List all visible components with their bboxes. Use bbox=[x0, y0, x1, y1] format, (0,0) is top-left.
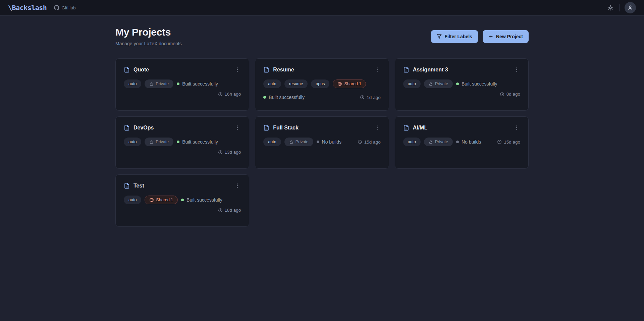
time-ago-text: 16h ago bbox=[225, 92, 241, 97]
ellipsis-vertical-icon bbox=[234, 125, 240, 130]
last-updated: 16h ago bbox=[218, 92, 241, 97]
label-pill: resume bbox=[284, 79, 308, 88]
ellipsis-vertical-icon bbox=[514, 67, 520, 72]
file-text-icon bbox=[403, 67, 409, 73]
project-menu-button[interactable] bbox=[234, 182, 241, 189]
last-updated: 15d ago bbox=[358, 140, 381, 145]
clock-icon bbox=[218, 208, 223, 213]
private-badge-label: Private bbox=[296, 140, 309, 144]
time-ago-text: 15d ago bbox=[364, 140, 381, 145]
project-card[interactable]: AI/ML autoPrivateNo builds15d ago bbox=[395, 116, 529, 169]
globe-icon bbox=[337, 82, 342, 86]
shared-badge: Shared 1 bbox=[145, 196, 178, 204]
ellipsis-vertical-icon bbox=[374, 67, 380, 72]
private-badge: Private bbox=[424, 79, 453, 88]
filter-labels-button[interactable]: Filter Labels bbox=[431, 30, 478, 43]
project-menu-button[interactable] bbox=[513, 66, 520, 73]
build-status-text: No builds bbox=[462, 139, 481, 145]
project-title: Quote bbox=[133, 67, 149, 73]
project-card[interactable]: Assignment 3 autoPrivateBuilt successful… bbox=[395, 58, 529, 111]
ellipsis-vertical-icon bbox=[234, 67, 240, 72]
build-status: Built successfully bbox=[177, 81, 218, 87]
project-card[interactable]: DevOps autoPrivateBuilt successfully13d … bbox=[115, 116, 249, 169]
label-pill: auto bbox=[124, 79, 141, 88]
file-text-icon bbox=[124, 125, 130, 131]
github-link[interactable]: GitHub bbox=[54, 5, 75, 10]
build-status-text: Built successfully bbox=[186, 197, 222, 203]
project-menu-button[interactable] bbox=[513, 124, 520, 131]
card-meta-row-primary: autoPrivateNo builds15d ago bbox=[403, 138, 520, 146]
globe-icon bbox=[149, 198, 154, 202]
project-title: DevOps bbox=[133, 125, 154, 131]
clock-icon bbox=[360, 95, 365, 100]
build-status-dot bbox=[456, 83, 459, 85]
build-status-text: No builds bbox=[322, 139, 341, 145]
clock-icon bbox=[358, 140, 362, 144]
lock-icon bbox=[429, 140, 433, 144]
file-text-icon bbox=[263, 67, 269, 73]
project-menu-button[interactable] bbox=[374, 124, 381, 131]
project-menu-button[interactable] bbox=[234, 124, 241, 131]
project-menu-button[interactable] bbox=[234, 66, 241, 73]
plus-icon bbox=[488, 34, 493, 39]
last-updated: 15d ago bbox=[497, 140, 520, 145]
card-meta-row-secondary: Built successfully1d ago bbox=[263, 95, 380, 100]
projects-grid: Quote autoPrivateBuilt successfully16h a… bbox=[115, 58, 529, 227]
shared-badge-label: Shared 1 bbox=[156, 198, 173, 202]
file-text-icon bbox=[124, 67, 130, 73]
clock-icon bbox=[497, 140, 502, 144]
build-status-dot bbox=[181, 199, 184, 201]
private-badge-label: Private bbox=[435, 140, 448, 144]
time-ago-text: 15d ago bbox=[504, 140, 520, 145]
app-logo[interactable]: \Backslash bbox=[8, 4, 47, 12]
build-status-text: Built successfully bbox=[269, 95, 305, 100]
theme-toggle-button[interactable] bbox=[606, 3, 615, 12]
time-ago-text: 18d ago bbox=[225, 208, 241, 213]
last-updated: 1d ago bbox=[360, 95, 380, 100]
project-menu-button[interactable] bbox=[374, 66, 381, 73]
card-meta-row-primary: autoPrivateBuilt successfully8d ago bbox=[403, 79, 520, 97]
build-status: Built successfully bbox=[263, 95, 305, 100]
lock-icon bbox=[429, 82, 433, 86]
build-status-dot bbox=[177, 83, 179, 85]
label-pill: auto bbox=[124, 138, 141, 146]
card-meta-row-primary: autoPrivateBuilt successfully16h ago bbox=[124, 79, 241, 97]
time-ago-text: 1d ago bbox=[367, 95, 380, 100]
label-pill: opus bbox=[311, 79, 329, 88]
last-updated: 8d ago bbox=[500, 92, 520, 97]
new-project-button[interactable]: New Project bbox=[483, 30, 529, 43]
ellipsis-vertical-icon bbox=[234, 183, 240, 189]
project-card[interactable]: Quote autoPrivateBuilt successfully16h a… bbox=[115, 58, 249, 111]
project-title: Assignment 3 bbox=[413, 67, 448, 73]
filter-icon bbox=[437, 34, 442, 39]
github-label: GitHub bbox=[61, 5, 75, 10]
time-ago-text: 8d ago bbox=[506, 92, 520, 97]
project-title: Full Stack bbox=[273, 125, 299, 131]
clock-icon bbox=[218, 150, 223, 155]
last-updated: 13d ago bbox=[218, 150, 241, 155]
ellipsis-vertical-icon bbox=[374, 125, 380, 130]
github-icon bbox=[54, 5, 59, 10]
lock-icon bbox=[289, 140, 293, 144]
user-avatar[interactable] bbox=[625, 2, 636, 13]
project-card[interactable]: Full Stack autoPrivateNo builds15d ago bbox=[255, 116, 389, 169]
navbar: \Backslash GitHub bbox=[0, 0, 644, 16]
build-status: Built successfully bbox=[456, 81, 497, 87]
build-status-text: Built successfully bbox=[462, 81, 497, 87]
project-card[interactable]: Resume autoresumeopusShared 1 Built succ… bbox=[255, 58, 389, 111]
clock-icon bbox=[218, 92, 223, 97]
shared-badge-label: Shared 1 bbox=[344, 82, 361, 86]
project-card[interactable]: Test autoShared 1Built successfully18d a… bbox=[115, 174, 249, 227]
page-subtitle: Manage your LaTeX documents bbox=[115, 41, 182, 46]
build-status: Built successfully bbox=[181, 197, 222, 203]
label-pill: auto bbox=[124, 196, 141, 204]
build-status-dot bbox=[263, 96, 266, 99]
label-pill: auto bbox=[263, 79, 281, 88]
label-pill: auto bbox=[263, 138, 281, 146]
time-ago-text: 13d ago bbox=[225, 150, 241, 155]
private-badge-label: Private bbox=[435, 82, 448, 86]
label-pill: auto bbox=[403, 79, 421, 88]
build-status: Built successfully bbox=[177, 139, 218, 145]
ellipsis-vertical-icon bbox=[514, 125, 520, 130]
new-project-label: New Project bbox=[496, 34, 523, 39]
